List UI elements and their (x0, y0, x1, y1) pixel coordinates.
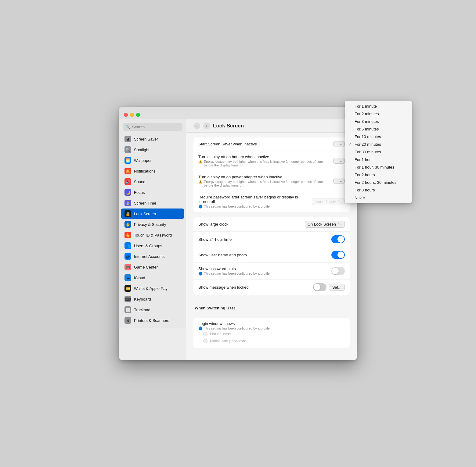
dropdown-item-4[interactable]: For 10 minutes (345, 133, 412, 141)
sidebar-item-wallpaper[interactable]: 🌅Wallpaper (121, 155, 184, 166)
sidebar-item-touch-id[interactable]: 👆Touch ID & Password (121, 230, 184, 240)
sidebar-item-users-groups[interactable]: 👥Users & Groups (121, 241, 184, 251)
require-password-row: Require password after screen saver begi… (193, 191, 350, 212)
search-input[interactable] (132, 125, 179, 129)
keyboard-icon: ⌨ (124, 296, 131, 302)
dropdown-item-10[interactable]: For 2 hours, 30 minutes (345, 179, 412, 186)
sidebar-item-privacy-security[interactable]: ✋Privacy & Security (121, 219, 184, 230)
password-hints-sublabel: 🔵 This setting has been configured by a … (198, 272, 328, 276)
chevron-updown-icon-3: ⌃⌄ (337, 179, 342, 183)
users-groups-icon: 👥 (124, 242, 131, 249)
sidebar-item-label-spotlight: Spotlight (134, 148, 181, 152)
set-button[interactable]: Set... (329, 284, 345, 291)
chevron-updown-icon-4: ⌃⌄ (337, 200, 342, 203)
sidebar-item-sound[interactable]: 🔊Sound (121, 176, 184, 187)
dropdown-menu[interactable]: For 1 minuteFor 2 minutesFor 3 minutesFo… (345, 101, 412, 203)
sidebar-item-icloud[interactable]: ☁iCloud (121, 273, 184, 283)
back-button[interactable]: ‹ (193, 123, 200, 129)
sidebar-item-focus[interactable]: 🌙Focus (121, 187, 184, 198)
spotlight-icon: 🔍 (124, 146, 131, 153)
sidebar-items-container: 🖥Screen Saver🔍Spotlight🌅Wallpaper🔔Notifi… (119, 134, 186, 326)
name-password-option: Name and password (198, 337, 345, 344)
panel-content: Start Screen Saver when inactive ⌃⌄ Turn… (186, 133, 357, 360)
sidebar-item-keyboard[interactable]: ⌨Keyboard (121, 294, 184, 304)
clock-section: Show large clock On Lock Screen ⌃⌄ Show … (193, 217, 350, 295)
wallpaper-icon: 🌅 (124, 157, 131, 164)
show-message-controls: Set... (313, 283, 345, 291)
sidebar-item-notifications[interactable]: 🔔Notifications (121, 166, 184, 176)
radio-dot-1 (203, 332, 207, 336)
toggle-knob-4 (314, 284, 320, 291)
dropdown-item-2[interactable]: For 3 minutes (345, 118, 412, 125)
show-user-label: Show user name and photo (198, 253, 247, 257)
sidebar-item-spotlight[interactable]: 🔍Spotlight (121, 144, 184, 155)
minimize-button[interactable] (130, 113, 134, 117)
dropdown-item-6[interactable]: For 30 minutes (345, 148, 412, 156)
require-password-label-group: Require password after screen saver begi… (198, 195, 308, 209)
display-battery-dropdown[interactable]: ⌃⌄ (333, 158, 345, 164)
password-hints-label: Show password hints (198, 266, 328, 271)
show-message-toggle[interactable] (313, 283, 326, 291)
game-center-icon: 🎮 (124, 264, 131, 270)
main-settings-section: Start Screen Saver when inactive ⌃⌄ Turn… (193, 137, 350, 212)
sidebar-item-label-internet-accounts: Internet Accounts (134, 254, 181, 259)
sidebar-item-screen-time[interactable]: ⌛Screen Time (121, 198, 184, 208)
sidebar-item-label-wallpaper: Wallpaper (134, 158, 181, 163)
focus-icon: 🌙 (124, 189, 131, 196)
dropdown-item-8[interactable]: For 1 hour, 30 minutes (345, 163, 412, 171)
internet-accounts-icon: @ (124, 253, 131, 260)
password-hints-label-group: Show password hints 🔵 This setting has b… (198, 266, 328, 276)
sidebar-item-game-center[interactable]: 🎮Game Center (121, 262, 184, 272)
switching-user-section: Login window shows 🔵 This setting has be… (193, 318, 350, 348)
radio-dot-2 (203, 339, 207, 343)
dropdown-item-5[interactable]: For 20 minutes (345, 141, 412, 148)
sidebar-item-internet-accounts[interactable]: @Internet Accounts (121, 251, 184, 262)
dropdown-item-11[interactable]: For 3 hours (345, 186, 412, 194)
search-box[interactable]: 🔍 (123, 123, 182, 131)
sidebar-item-label-game-center: Game Center (134, 265, 181, 269)
screen-time-icon: ⌛ (124, 200, 131, 206)
sidebar-item-trackpad[interactable]: ⬜Trackpad (121, 305, 184, 315)
panel-header: ‹ › Lock Screen (186, 119, 357, 133)
sidebar-item-lock-screen[interactable]: 🔒Lock Screen (121, 209, 184, 219)
sidebar-item-wallet[interactable]: 💳Wallet & Apple Pay (121, 283, 184, 294)
main-panel: ‹ › Lock Screen Start Screen Saver when … (186, 119, 357, 360)
chevron-updown-icon-2: ⌃⌄ (337, 159, 342, 162)
sidebar-item-label-trackpad: Trackpad (134, 308, 181, 312)
immediately-label: Immediately (315, 199, 336, 204)
dropdown-item-12[interactable]: Never (345, 194, 412, 201)
sidebar-item-label-sound: Sound (134, 180, 181, 184)
sidebar-item-label-screen-time: Screen Time (134, 201, 181, 205)
forward-button[interactable]: › (203, 123, 210, 129)
dropdown-item-9[interactable]: For 2 hours (345, 171, 412, 179)
touch-id-icon: 👆 (124, 232, 131, 238)
switching-user-heading: When Switching User (193, 300, 350, 313)
notifications-icon: 🔔 (124, 168, 131, 174)
wallet-icon: 💳 (124, 285, 131, 292)
sidebar-item-label-notifications: Notifications (134, 169, 181, 173)
login-window-label: Login window shows (198, 321, 345, 326)
display-adapter-dropdown[interactable]: ⌃⌄ (333, 178, 345, 184)
dropdown-item-7[interactable]: For 1 hour (345, 156, 412, 163)
screen-saver-icon: 🖥 (124, 136, 131, 142)
chevron-updown-icon: ⌃⌄ (337, 142, 342, 146)
show-24hour-toggle[interactable] (331, 235, 345, 243)
show-user-toggle[interactable] (331, 251, 345, 259)
traffic-lights (124, 113, 140, 117)
large-clock-dropdown[interactable]: On Lock Screen ⌃⌄ (305, 221, 345, 228)
sidebar-item-screen-saver[interactable]: 🖥Screen Saver (121, 134, 184, 144)
dropdown-item-3[interactable]: For 5 minutes (345, 125, 412, 133)
sidebar-item-label-screen-saver: Screen Saver (134, 137, 181, 141)
maximize-button[interactable] (136, 113, 140, 117)
chevron-updown-icon-5: ⌃⌄ (337, 223, 342, 226)
dropdown-item-0[interactable]: For 1 minute (345, 102, 412, 110)
screen-saver-dropdown[interactable]: ⌃⌄ (333, 141, 345, 147)
sidebar-item-label-privacy-security: Privacy & Security (134, 222, 181, 227)
sidebar-wrapper: 🔍 🖥Screen Saver🔍Spotlight🌅Wallpaper🔔Noti… (119, 119, 186, 360)
sidebar-item-printers[interactable]: 🖨Printers & Scanners (121, 315, 184, 326)
trackpad-icon: ⬜ (124, 306, 131, 313)
sidebar-item-label-printers: Printers & Scanners (134, 318, 181, 323)
dropdown-item-1[interactable]: For 2 minutes (345, 110, 412, 118)
page-title: Lock Screen (213, 123, 350, 129)
close-button[interactable] (124, 113, 128, 117)
